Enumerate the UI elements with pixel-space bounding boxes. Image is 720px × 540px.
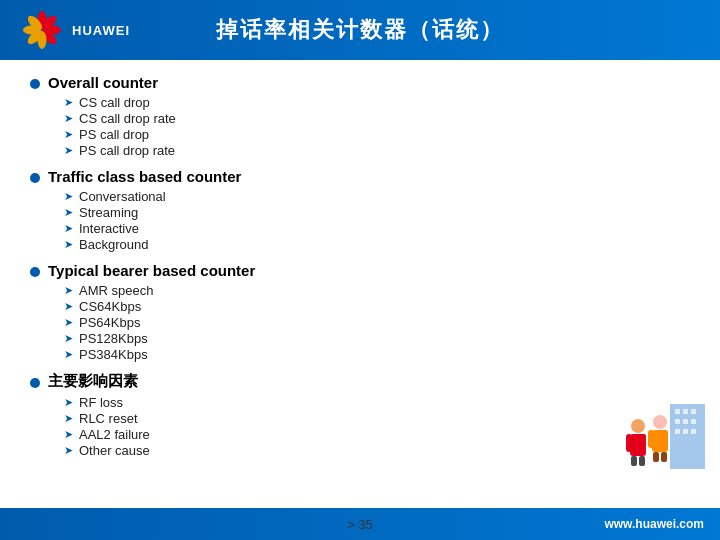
arrow-icon: ➤ (64, 190, 73, 203)
section-traffic-class: Traffic class based counter ➤ Conversati… (30, 168, 690, 252)
arrow-icon: ➤ (64, 96, 73, 109)
item-label: Background (79, 237, 148, 252)
svg-rect-9 (675, 409, 680, 414)
svg-rect-10 (683, 409, 688, 414)
list-item: ➤ AAL2 failure (64, 427, 690, 442)
arrow-icon: ➤ (64, 284, 73, 297)
section-overall-counter: Overall counter ➤ CS call drop ➤ CS call… (30, 74, 690, 158)
list-item: ➤ CS call drop (64, 95, 690, 110)
arrow-icon: ➤ (64, 222, 73, 235)
section-header-overall: Overall counter (30, 74, 690, 91)
footer-url: www.huawei.com (604, 517, 704, 531)
item-label: CS call drop rate (79, 111, 176, 126)
svg-rect-27 (662, 430, 668, 448)
svg-rect-11 (691, 409, 696, 414)
bullet-icon (30, 79, 40, 89)
list-item: ➤ PS call drop rate (64, 143, 690, 158)
logo-text: HUAWEI (72, 23, 130, 38)
bullet-icon (30, 173, 40, 183)
svg-rect-20 (626, 434, 632, 452)
arrow-icon: ➤ (64, 238, 73, 251)
list-item: ➤ Conversational (64, 189, 690, 204)
arrow-icon: ➤ (64, 144, 73, 157)
section-header-traffic: Traffic class based counter (30, 168, 690, 185)
svg-rect-22 (631, 456, 637, 466)
list-item: ➤ Other cause (64, 443, 690, 458)
arrow-icon: ➤ (64, 348, 73, 361)
item-label: PS call drop (79, 127, 149, 142)
people-illustration-icon (620, 384, 710, 474)
bullet-icon (30, 267, 40, 277)
item-label: PS128Kbps (79, 331, 148, 346)
main-content: Overall counter ➤ CS call drop ➤ CS call… (0, 60, 720, 508)
arrow-icon: ➤ (64, 444, 73, 457)
svg-rect-16 (683, 429, 688, 434)
section-header-bearer: Typical bearer based counter (30, 262, 690, 279)
svg-point-24 (653, 415, 667, 429)
arrow-icon: ➤ (64, 332, 73, 345)
arrow-icon: ➤ (64, 396, 73, 409)
list-item: ➤ PS384Kbps (64, 347, 690, 362)
svg-rect-28 (653, 452, 659, 462)
list-item: ➤ Streaming (64, 205, 690, 220)
arrow-icon: ➤ (64, 316, 73, 329)
arrow-icon: ➤ (64, 428, 73, 441)
section-main-factors: 主要影响因素 ➤ RF loss ➤ RLC reset ➤ AAL2 fail… (30, 372, 690, 458)
list-item: ➤ Background (64, 237, 690, 252)
bullet-icon (30, 378, 40, 388)
item-label: Conversational (79, 189, 166, 204)
svg-rect-15 (675, 429, 680, 434)
arrow-icon: ➤ (64, 300, 73, 313)
footer: > 35 www.huawei.com (0, 508, 720, 540)
item-label: RLC reset (79, 411, 138, 426)
arrow-icon: ➤ (64, 128, 73, 141)
svg-rect-17 (691, 429, 696, 434)
item-label: RF loss (79, 395, 123, 410)
illustration (620, 384, 710, 474)
section-title-overall: Overall counter (48, 74, 158, 91)
arrow-icon: ➤ (64, 412, 73, 425)
item-label: AAL2 failure (79, 427, 150, 442)
section-typical-bearer: Typical bearer based counter ➤ AMR speec… (30, 262, 690, 362)
list-item: ➤ Interactive (64, 221, 690, 236)
list-item: ➤ AMR speech (64, 283, 690, 298)
header-title: 掉话率相关计数器（话统） (216, 15, 504, 45)
overall-items: ➤ CS call drop ➤ CS call drop rate ➤ PS … (64, 95, 690, 158)
bearer-items: ➤ AMR speech ➤ CS64Kbps ➤ PS64Kbps ➤ PS1… (64, 283, 690, 362)
item-label: CS64Kbps (79, 299, 141, 314)
svg-rect-26 (648, 430, 654, 448)
huawei-logo-icon (20, 8, 64, 52)
arrow-icon: ➤ (64, 206, 73, 219)
item-label: PS64Kbps (79, 315, 140, 330)
item-label: PS384Kbps (79, 347, 148, 362)
section-title-bearer: Typical bearer based counter (48, 262, 255, 279)
arrow-icon: ➤ (64, 112, 73, 125)
svg-rect-13 (683, 419, 688, 424)
header: HUAWEI 掉话率相关计数器（话统） (0, 0, 720, 60)
svg-rect-23 (639, 456, 645, 466)
item-label: Interactive (79, 221, 139, 236)
page-number: > 35 (347, 517, 373, 532)
list-item: ➤ CS call drop rate (64, 111, 690, 126)
traffic-items: ➤ Conversational ➤ Streaming ➤ Interacti… (64, 189, 690, 252)
list-item: ➤ PS call drop (64, 127, 690, 142)
svg-rect-12 (675, 419, 680, 424)
list-item: ➤ PS64Kbps (64, 315, 690, 330)
item-label: Streaming (79, 205, 138, 220)
item-label: Other cause (79, 443, 150, 458)
item-label: AMR speech (79, 283, 153, 298)
svg-rect-21 (640, 434, 646, 452)
logo-area: HUAWEI (20, 8, 130, 52)
section-title-traffic: Traffic class based counter (48, 168, 241, 185)
factors-items: ➤ RF loss ➤ RLC reset ➤ AAL2 failure ➤ O… (64, 395, 690, 458)
svg-rect-29 (661, 452, 667, 462)
item-label: PS call drop rate (79, 143, 175, 158)
svg-rect-14 (691, 419, 696, 424)
list-item: ➤ RF loss (64, 395, 690, 410)
list-item: ➤ CS64Kbps (64, 299, 690, 314)
section-header-factors: 主要影响因素 (30, 372, 690, 391)
list-item: ➤ RLC reset (64, 411, 690, 426)
item-label: CS call drop (79, 95, 150, 110)
list-item: ➤ PS128Kbps (64, 331, 690, 346)
svg-point-18 (631, 419, 645, 433)
